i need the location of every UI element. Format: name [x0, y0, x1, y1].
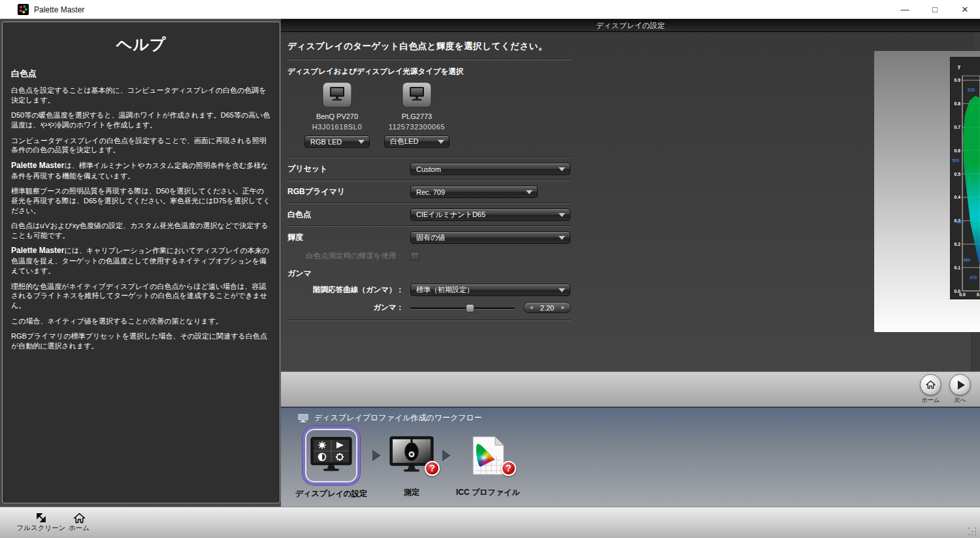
help-paragraph: Palette Masterは、標準イルミナントやカスタム定義の照明条件を含む多… [11, 161, 271, 181]
next-button[interactable] [949, 374, 971, 395]
question-badge: ? [425, 461, 440, 476]
svg-text:0.5: 0.5 [955, 172, 961, 177]
palette-master-app-icon [18, 4, 29, 15]
preset-value: Custom [416, 165, 441, 173]
measure-step-button[interactable]: ? [386, 428, 437, 484]
chromaticity-panel: 0.00.10.20.30.40.50.60.70.80.9 0.00.10.2… [874, 51, 980, 332]
workflow-step-label: ICC プロファイル [456, 487, 520, 498]
luminance-value: 固有の値 [416, 233, 445, 243]
backlight-value: 白色LED [390, 137, 418, 146]
help-paragraph: D50等の暖色温度を選択すると、温調ホワイトが作成されます。D65等の高い色温度… [11, 110, 271, 129]
home-icon [73, 513, 86, 524]
use-measured-luminance-checkbox[interactable] [410, 252, 419, 261]
fullscreen-button[interactable]: フルスクリーン [14, 511, 68, 533]
svg-text:0.9: 0.9 [955, 78, 961, 82]
footer-home-button[interactable]: ホーム [65, 511, 93, 533]
gamma-section-label: ガンマ [287, 268, 571, 279]
app-body: ディスプレイの設定 ディスプレイのターゲット白色点と輝度を選択してください。 デ… [0, 19, 980, 538]
next-button-label: 次へ [949, 396, 971, 405]
svg-text:0.1: 0.1 [955, 265, 961, 270]
help-title: ヘルプ [11, 34, 271, 55]
chevron-down-icon [358, 140, 365, 144]
title-bar: Palette Master — □ ✕ [0, 0, 980, 19]
close-button[interactable]: ✕ [950, 0, 980, 19]
use-measured-luminance-label: 白色点測定時の輝度を使用： [287, 251, 410, 261]
rgb-primaries-dropdown[interactable]: Rec. 709 [410, 186, 538, 198]
home-icon [925, 380, 936, 390]
luminance-caption: 輝度： 固有の値 [951, 305, 980, 316]
display-settings-step-button[interactable] [302, 426, 360, 485]
fullscreen-icon [35, 512, 47, 524]
divider [287, 320, 571, 321]
minimize-button[interactable]: — [890, 0, 920, 19]
help-paragraph: コンピュータディスプレイの白色点を設定することで、画面に再現される照明条件の白色… [11, 136, 271, 155]
icc-profile-step-button[interactable]: ? [463, 428, 514, 484]
rgb-primaries-value: Rec. 709 [416, 188, 445, 196]
resize-grip[interactable] [968, 526, 977, 535]
svg-text:0.7: 0.7 [955, 125, 961, 129]
svg-text:0.2: 0.2 [955, 242, 961, 246]
help-paragraph: RGBプライマリの標準プリセットを選択した場合、その設定に関連する白色点が自動的… [11, 331, 271, 350]
backlight-dropdown[interactable]: RGB LED [304, 135, 370, 148]
display-serial: H3J01618SL0 [304, 123, 370, 131]
maximize-button[interactable]: □ [920, 0, 950, 19]
tone-curve-value: 標準（初期設定） [416, 285, 474, 295]
workflow-step-icc-profile: ? ICC プロファイル [456, 428, 520, 498]
svg-text:500: 500 [952, 158, 960, 163]
help-paragraph: 標準観察ブースの照明品質を再現する際は、D50を選択してください。正午の昼光を再… [11, 186, 271, 215]
help-paragraph: この場合、ネイティブ値を選択することが次善の策となります。 [11, 316, 271, 326]
svg-text:0.8: 0.8 [955, 101, 961, 106]
gamma-value: 2.20 [540, 304, 554, 312]
help-paragraph: Palette Masterには、キャリブレーション作業においてディスプレイの本… [11, 246, 271, 275]
monitor-icon [297, 413, 309, 423]
backlight-dropdown[interactable]: 白色LED [384, 135, 449, 148]
stepper-decrease-icon[interactable]: ◄ [529, 305, 534, 311]
home-button[interactable] [920, 374, 941, 395]
section-header: ディスプレイのターゲット白色点と輝度を選択してください。 [287, 33, 571, 59]
chevron-down-icon [438, 140, 444, 144]
display-select-button[interactable] [402, 82, 432, 108]
page-title: ディスプレイの設定 [281, 19, 980, 32]
svg-text:0.0: 0.0 [955, 289, 961, 294]
display-card: BenQ PV270 H3J01618SL0 RGB LED [304, 82, 370, 148]
stepper-increase-icon[interactable]: ► [561, 305, 566, 311]
window-title: Palette Master [34, 5, 84, 14]
white-point-dropdown[interactable]: CIEイルミナントD65 [410, 209, 570, 221]
white-point-caption: 白色点： x: 0.313 y: 0.329 [951, 319, 980, 330]
help-paragraph: 白色点を設定することは基本的に、コンピュータディスプレイの白色の色調を決定します… [11, 86, 271, 105]
help-paragraph: 白色点はu'v'およびxy色度値の設定、カスタム昼光色温度の選択などで決定するこ… [11, 221, 271, 240]
gamma-slider[interactable] [410, 303, 515, 313]
display-select-button[interactable] [322, 82, 352, 108]
footer-home-label: ホーム [65, 524, 93, 533]
gamma-label: ガンマ： [287, 303, 410, 312]
fullscreen-label: フルスクリーン [14, 524, 68, 533]
workflow-step-label: ディスプレイの設定 [295, 488, 367, 499]
svg-text:490: 490 [956, 220, 964, 224]
help-panel: ヘルプ 白色点 白色点を設定することは基本的に、コンピュータディスプレイの白色の… [2, 22, 280, 503]
gamma-slider-track[interactable] [410, 307, 515, 309]
luminance-dropdown[interactable]: 固有の値 [410, 231, 570, 244]
svg-text:480: 480 [963, 258, 971, 262]
chevron-down-icon [559, 288, 565, 292]
chevron-down-icon [559, 167, 565, 171]
chevron-down-icon [559, 213, 565, 217]
display-card: PLG2773 1125732300065 白色LED [384, 82, 449, 148]
workflow-step-display-settings: ディスプレイの設定 [295, 426, 367, 499]
display-name: BenQ PV270 [304, 112, 370, 120]
preset-dropdown[interactable]: Custom [410, 163, 570, 175]
help-heading: 白色点 [11, 68, 271, 80]
svg-text:0.4: 0.4 [955, 195, 961, 199]
svg-text:470: 470 [970, 275, 977, 280]
backlight-value: RGB LED [310, 138, 342, 146]
main-panel: ディスプレイの設定 ディスプレイのターゲット白色点と輝度を選択してください。 デ… [281, 19, 980, 371]
tone-curve-dropdown[interactable]: 標準（初期設定） [410, 284, 570, 296]
chevron-down-icon [526, 190, 532, 194]
svg-text:520: 520 [968, 88, 975, 92]
display-list: BenQ PV270 H3J01618SL0 RGB LED [304, 82, 571, 148]
cie-chromaticity-chart: 0.00.10.20.30.40.50.60.70.80.9 0.00.10.2… [951, 58, 980, 299]
workflow-arrow-icon [442, 450, 451, 462]
gamma-slider-thumb[interactable] [466, 304, 474, 312]
display-name: PLG2773 [384, 112, 449, 120]
display-serial: 1125732300065 [384, 123, 449, 131]
luminance-label: 輝度 [287, 232, 410, 243]
